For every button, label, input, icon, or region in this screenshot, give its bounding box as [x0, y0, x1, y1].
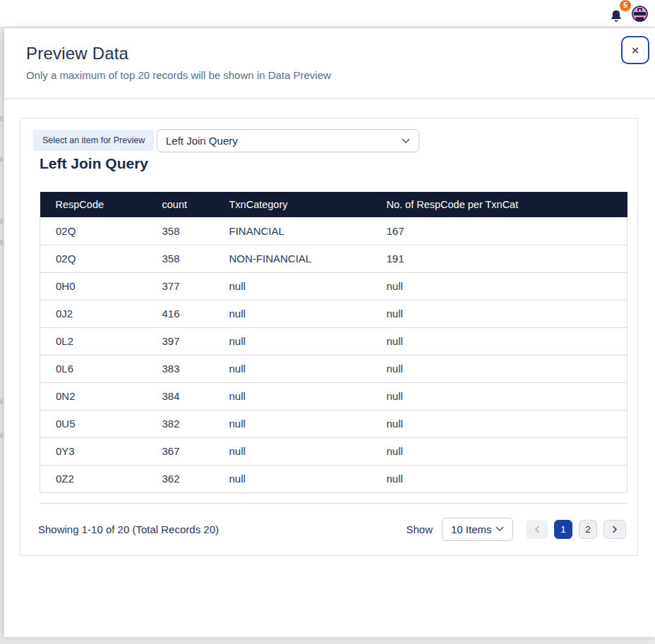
table-cell: 02Q	[40, 217, 147, 245]
table-cell: 167	[371, 217, 627, 245]
table-cell: 416	[147, 300, 214, 327]
table-cell: 382	[147, 410, 214, 437]
table-row: 0L2397nullnull	[40, 327, 627, 355]
table-cell: null	[371, 327, 627, 355]
page-title: Preview Data	[26, 44, 128, 63]
notification-badge: 5	[620, 0, 631, 11]
table-cell: null	[214, 410, 371, 437]
preview-data-modal: Preview Data Only a maximum of top 20 re…	[4, 28, 655, 637]
table-cell: 0U5	[40, 410, 147, 437]
table-row: 02Q358NON-FINANCIAL191	[40, 245, 627, 272]
page-1-button[interactable]: 1	[554, 520, 572, 539]
backdrop-mark	[0, 433, 3, 438]
column-header: RespCode	[40, 192, 147, 217]
page-size-value: 10 Items	[451, 523, 492, 535]
table-cell: FINANCIAL	[214, 217, 371, 245]
table-cell: NON-FINANCIAL	[214, 245, 371, 272]
table-cell: null	[214, 465, 371, 492]
table-cell: null	[371, 437, 627, 465]
topbar-actions: 5	[609, 0, 648, 28]
table-cell: 0H0	[40, 272, 147, 300]
table-cell: 0L6	[40, 355, 147, 382]
page-2-button[interactable]: 2	[579, 520, 597, 539]
chevron-down-icon	[402, 138, 410, 144]
table-cell: 383	[147, 355, 214, 382]
close-button[interactable]: ✕	[621, 36, 649, 64]
topbar: 5	[0, 0, 655, 28]
table-header-row: RespCodecountTxnCategoryNo. of RespCode …	[40, 192, 627, 217]
table-cell: null	[371, 272, 627, 300]
table-cell: 0Z2	[40, 465, 147, 492]
table-cell: null	[371, 355, 627, 382]
table-row: 02Q358FINANCIAL167	[40, 217, 627, 245]
page-size-select[interactable]: 10 Items	[442, 518, 513, 541]
show-label: Show	[406, 523, 433, 535]
notifications-button[interactable]: 5	[609, 5, 626, 23]
avatar[interactable]	[632, 6, 648, 22]
table-cell: 02Q	[40, 245, 147, 272]
backdrop-mark	[0, 116, 3, 121]
pagination: 12	[526, 520, 626, 539]
table-cell: 191	[371, 245, 627, 272]
footer-controls: Show 10 Items 12	[406, 518, 626, 541]
preview-card: Select an item for Preview Left Join Que…	[20, 118, 638, 556]
column-header: count	[147, 192, 214, 217]
table-cell: null	[214, 355, 371, 382]
table-cell: 377	[147, 272, 214, 300]
table-row: 0U5382nullnull	[40, 410, 627, 437]
table-cell: null	[371, 410, 627, 437]
preview-item-select[interactable]: Left Join Query	[157, 129, 419, 152]
table-row: 0J2416nullnull	[40, 300, 627, 327]
table-cell: 0N2	[40, 382, 147, 410]
table-row: 0Y3367nullnull	[40, 437, 627, 465]
table-cell: null	[214, 300, 371, 327]
prev-page-button[interactable]	[526, 520, 548, 539]
table-cell: null	[371, 300, 627, 327]
close-icon: ✕	[631, 44, 640, 56]
backdrop-mark	[0, 157, 3, 162]
table-divider	[40, 503, 627, 504]
page-backdrop-bottom	[0, 637, 655, 644]
next-page-button[interactable]	[603, 520, 626, 539]
table-cell: 367	[147, 437, 214, 465]
showing-text: Showing 1-10 of 20 (Total Records 20)	[38, 523, 219, 535]
section-title: Left Join Query	[40, 155, 148, 172]
table-cell: 384	[147, 382, 214, 410]
table-row: 0H0377nullnull	[40, 272, 627, 300]
table-row: 0L6383nullnull	[40, 355, 627, 382]
modal-subtitle: Only a maximum of top 20 records will be…	[26, 69, 331, 81]
backdrop-mark	[0, 219, 3, 224]
table-cell: null	[214, 437, 371, 465]
table-cell: null	[371, 382, 627, 410]
table-cell: null	[214, 272, 371, 300]
table-row: 0Z2362nullnull	[40, 465, 627, 492]
chevron-right-icon	[612, 525, 618, 533]
avatar-icon	[632, 6, 648, 22]
table-cell: 0Y3	[40, 437, 147, 465]
table-cell: 397	[147, 327, 214, 355]
table-cell: null	[214, 327, 371, 355]
table-cell: null	[214, 382, 371, 410]
table-footer: Showing 1-10 of 20 (Total Records 20) Sh…	[20, 515, 639, 543]
table-row: 0N2384nullnull	[40, 382, 627, 410]
table-cell: 0J2	[40, 300, 147, 327]
column-header: TxnCategory	[214, 192, 371, 217]
table-cell: null	[371, 465, 627, 492]
column-header: No. of RespCode per TxnCat	[371, 192, 627, 217]
backdrop-mark	[0, 240, 3, 245]
table-cell: 358	[147, 217, 214, 245]
chevron-left-icon	[534, 525, 540, 533]
backdrop-mark	[0, 399, 3, 404]
table-cell: 358	[147, 245, 214, 272]
table-cell: 362	[147, 465, 214, 492]
table-cell: 0L2	[40, 327, 147, 355]
select-item-label: Select an item for Preview	[33, 130, 154, 151]
modal-header: Preview Data Only a maximum of top 20 re…	[4, 28, 655, 99]
chevron-down-icon	[495, 526, 504, 532]
selected-item-value: Left Join Query	[166, 135, 238, 147]
preview-table: RespCodecountTxnCategoryNo. of RespCode …	[40, 192, 627, 493]
bell-icon	[609, 8, 623, 23]
